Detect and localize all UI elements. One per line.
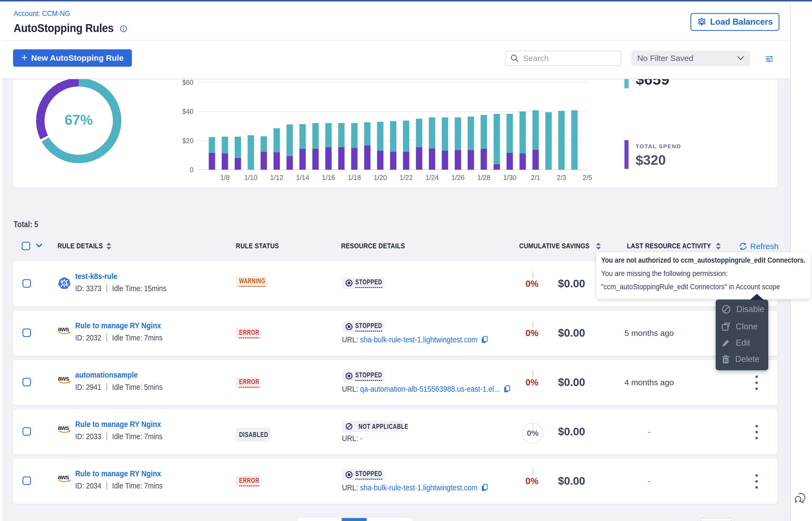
svg-text:$60: $60 (183, 79, 193, 86)
svg-text:1/8: 1/8 (220, 174, 230, 181)
svg-text:$40: $40 (183, 108, 193, 115)
svg-text:aws: aws (58, 326, 69, 333)
svg-text:aws: aws (58, 474, 69, 481)
svg-text:2/1: 2/1 (531, 174, 540, 181)
svg-text:1/14: 1/14 (296, 174, 309, 181)
svg-text:2/5: 2/5 (583, 174, 592, 181)
svg-text:2/3: 2/3 (557, 174, 567, 181)
svg-text:aws: aws (58, 425, 69, 431)
svg-text:$20: $20 (183, 137, 193, 144)
svg-text:1/30: 1/30 (503, 174, 516, 181)
svg-text:1/26: 1/26 (451, 174, 465, 181)
svg-text:1/16: 1/16 (322, 174, 335, 181)
svg-text:0: 0 (190, 166, 193, 174)
svg-text:aws: aws (58, 376, 69, 382)
svg-text:1/28: 1/28 (477, 174, 490, 181)
svg-text:1/20: 1/20 (374, 174, 387, 181)
svg-text:1/22: 1/22 (400, 174, 413, 181)
svg-text:1/24: 1/24 (426, 174, 439, 181)
svg-text:1/18: 1/18 (348, 174, 361, 181)
svg-text:1/12: 1/12 (270, 174, 283, 181)
svg-text:1/10: 1/10 (244, 174, 258, 181)
